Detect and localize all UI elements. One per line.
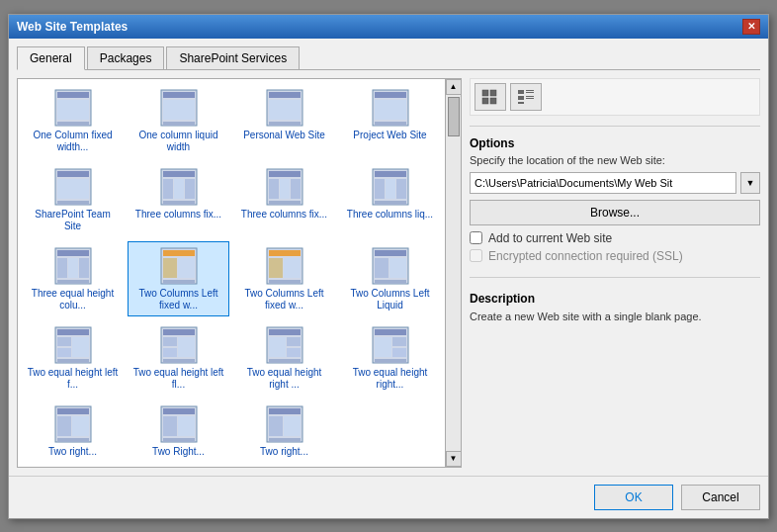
template-label-7: Three columns liq... xyxy=(347,209,433,221)
template-icon-1 xyxy=(159,88,199,128)
svg-rect-62 xyxy=(72,337,89,357)
tab-packages[interactable]: Packages xyxy=(87,46,165,69)
svg-rect-18 xyxy=(57,179,89,199)
template-item-10[interactable]: Two Columns Left fixed w... xyxy=(233,241,335,316)
description-text: Create a new Web site with a single blan… xyxy=(470,310,760,324)
template-item-7[interactable]: Three columns liq... xyxy=(339,162,441,237)
template-item-2[interactable]: Personal Web Site xyxy=(233,83,335,158)
template-label-18: Two right... xyxy=(260,446,308,458)
template-item-16[interactable]: Two right... xyxy=(22,399,124,463)
template-item-0[interactable]: One Column fixed width... xyxy=(22,83,124,158)
template-icon-17 xyxy=(159,404,199,444)
bottom-bar: OK Cancel xyxy=(9,476,768,518)
svg-rect-85 xyxy=(57,416,71,436)
template-label-2: Personal Web Site xyxy=(243,130,325,141)
svg-rect-53 xyxy=(269,280,301,284)
template-item-4[interactable]: SharePoint Team Site xyxy=(22,162,124,237)
svg-rect-79 xyxy=(375,337,391,357)
ok-button[interactable]: OK xyxy=(594,485,673,510)
template-icon-14 xyxy=(265,325,304,365)
scroll-track xyxy=(447,95,461,451)
template-grid-scroll[interactable]: One Column fixed width... One column liq… xyxy=(18,79,445,467)
svg-rect-58 xyxy=(375,280,406,284)
titlebar: Web Site Templates ✕ xyxy=(9,15,768,39)
template-icon-8 xyxy=(53,246,93,286)
svg-rect-108 xyxy=(518,102,524,104)
template-item-11[interactable]: Two Columns Left Liquid xyxy=(339,241,441,316)
svg-rect-33 xyxy=(375,171,406,177)
template-item-6[interactable]: Three columns fix... xyxy=(233,162,335,237)
template-item-14[interactable]: Two equal height right ... xyxy=(233,320,335,396)
tab-sharepoint[interactable]: SharePoint Services xyxy=(166,46,300,69)
template-label-1: One column liquid width xyxy=(132,130,224,153)
svg-rect-29 xyxy=(280,179,290,199)
svg-rect-105 xyxy=(518,96,524,100)
template-label-14: Two equal height right ... xyxy=(238,367,330,391)
svg-rect-9 xyxy=(269,92,301,98)
template-item-18[interactable]: Two right... xyxy=(233,399,335,463)
svg-rect-11 xyxy=(269,122,301,126)
template-label-3: Project Web Site xyxy=(353,130,426,141)
template-icon-3 xyxy=(371,88,410,128)
svg-rect-23 xyxy=(174,179,184,199)
svg-rect-73 xyxy=(269,337,286,357)
svg-rect-46 xyxy=(163,258,177,278)
template-label-9: Two Columns Left fixed w... xyxy=(132,288,224,311)
scrollbar[interactable]: ▲ ▼ xyxy=(445,79,461,467)
template-item-15[interactable]: Two equal height right... xyxy=(339,320,441,396)
path-dropdown-button[interactable]: ▼ xyxy=(740,172,760,194)
svg-rect-41 xyxy=(68,258,78,278)
template-item-3[interactable]: Project Web Site xyxy=(339,83,441,158)
separator-1 xyxy=(470,126,760,127)
template-item-9[interactable]: Two Columns Left fixed w... xyxy=(128,241,229,316)
template-label-4: SharePoint Team Site xyxy=(27,209,119,232)
template-item-12[interactable]: Two equal height left f... xyxy=(22,320,124,396)
view-grid-button[interactable] xyxy=(475,83,506,111)
scroll-down-button[interactable]: ▼ xyxy=(446,451,462,467)
svg-rect-43 xyxy=(57,280,89,284)
template-label-16: Two right... xyxy=(48,446,97,458)
scroll-up-button[interactable]: ▲ xyxy=(446,79,462,95)
template-label-5: Three columns fix... xyxy=(135,209,221,221)
template-item-1[interactable]: One column liquid width xyxy=(128,83,229,158)
svg-rect-91 xyxy=(178,416,195,436)
template-panel: One Column fixed width... One column liq… xyxy=(17,78,462,468)
svg-rect-56 xyxy=(375,258,388,278)
template-grid: One Column fixed width... One column liq… xyxy=(22,83,441,463)
main-area: One Column fixed width... One column liq… xyxy=(17,78,760,468)
svg-rect-39 xyxy=(57,250,89,256)
svg-rect-63 xyxy=(57,348,71,357)
path-input[interactable] xyxy=(470,172,736,194)
scroll-thumb[interactable] xyxy=(448,97,460,136)
template-item-17[interactable]: Two Right... xyxy=(128,399,229,463)
browse-button[interactable]: Browse... xyxy=(470,200,760,225)
svg-rect-84 xyxy=(57,408,89,414)
template-item-13[interactable]: Two equal height left fl... xyxy=(128,320,229,396)
template-item-5[interactable]: Three columns fix... xyxy=(128,162,229,237)
tab-general[interactable]: General xyxy=(17,46,85,70)
svg-rect-107 xyxy=(526,98,534,99)
svg-rect-34 xyxy=(375,179,385,199)
svg-rect-35 xyxy=(386,179,395,199)
svg-rect-10 xyxy=(269,100,301,120)
encrypted-checkbox[interactable] xyxy=(470,249,482,262)
svg-rect-36 xyxy=(396,179,406,199)
svg-rect-78 xyxy=(375,329,406,335)
view-list-button[interactable] xyxy=(510,83,542,111)
close-button[interactable]: ✕ xyxy=(742,19,760,35)
template-label-12: Two equal height left f... xyxy=(27,367,119,391)
template-icon-4 xyxy=(53,167,93,207)
svg-rect-3 xyxy=(57,122,89,126)
cancel-button[interactable]: Cancel xyxy=(681,485,760,510)
svg-rect-51 xyxy=(269,258,283,278)
template-item-8[interactable]: Three equal height colu... xyxy=(22,241,124,316)
svg-rect-69 xyxy=(163,348,177,357)
svg-rect-100 xyxy=(482,98,488,104)
add-to-current-checkbox[interactable] xyxy=(470,231,482,244)
svg-rect-40 xyxy=(57,258,67,278)
template-label-13: Two equal height left fl... xyxy=(132,367,224,391)
svg-rect-68 xyxy=(178,337,195,357)
description-section: Description Create a new Web site with a… xyxy=(470,292,760,324)
template-icon-5 xyxy=(159,167,199,207)
svg-rect-52 xyxy=(284,258,301,278)
